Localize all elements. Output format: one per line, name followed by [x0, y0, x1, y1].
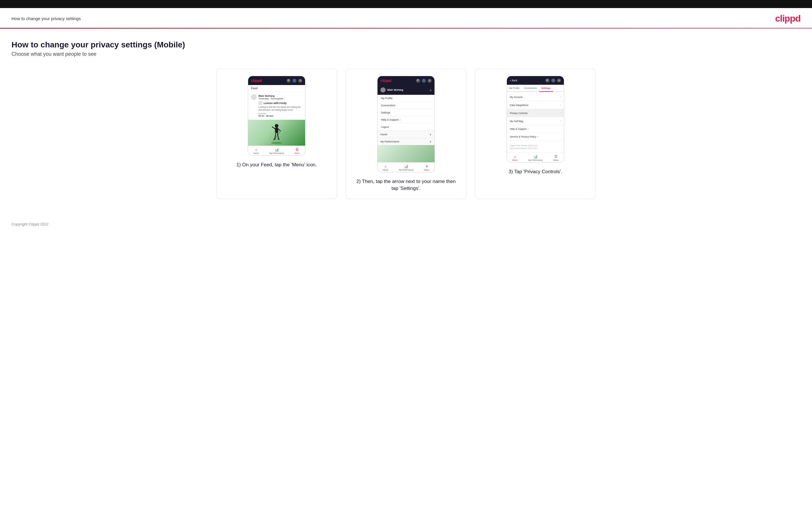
tab-connections[interactable]: Connections	[522, 85, 539, 91]
menu-section-home[interactable]: Home ∨	[377, 131, 435, 138]
top-bar	[0, 0, 812, 8]
svg-point-0	[271, 142, 282, 144]
tab-my-profile[interactable]: My Profile	[507, 85, 522, 91]
phone-icons-2: 🔍 👤 ⚙	[416, 79, 432, 83]
post-avatar	[251, 94, 257, 100]
settings-back-bar: < Back 🔍 👤 ⚙	[507, 76, 564, 85]
chevron-right-icon-3: ›	[560, 111, 561, 115]
user-icon[interactable]: 👤	[293, 79, 297, 83]
post-header: Blair McHarg Yesterday · Sunningdale	[251, 94, 302, 100]
client-version: Clippd Client Version: 2022.8.3-3	[510, 144, 561, 147]
nav-home-1[interactable]: ⌂ Home	[253, 148, 259, 154]
settings-golf-bag-label: My Golf Bag	[510, 120, 523, 123]
nav-home-label-2: Home	[383, 169, 388, 171]
performance-icon-3: 📊	[534, 155, 538, 159]
phone-icons-3: 🔍 👤 ⚙	[546, 78, 561, 82]
svg-line-3	[272, 127, 275, 129]
feed-screen: Feed Blair McHarg Yesterday · Sunningdal…	[248, 85, 305, 146]
settings-service-label: Service & Privacy Policy ↗	[510, 135, 539, 138]
menu-item-help[interactable]: Help & Support	[377, 116, 435, 123]
menu-avatar	[380, 87, 386, 93]
svg-point-8	[273, 138, 275, 139]
menu-user-row: Blair McHarg ∧	[377, 85, 435, 95]
settings-item-help-support[interactable]: Help & Support ↗	[507, 125, 564, 133]
svg-rect-2	[275, 127, 278, 133]
menu-section-perf-label: My Performance	[380, 140, 399, 143]
settings-item-data-integrations[interactable]: Data Integrations ›	[507, 101, 564, 109]
external-icon-help: ↗	[527, 128, 529, 130]
search-icon[interactable]: 🔍	[287, 79, 291, 83]
settings-tabs: My Profile Connections Settings	[507, 85, 564, 92]
menu-section-home-label: Home	[380, 133, 387, 136]
menu-item-my-profile[interactable]: My Profile	[377, 95, 435, 102]
svg-line-4	[278, 129, 281, 131]
step-2-caption: 2) Then, tap the arrow next to your name…	[353, 178, 459, 192]
settings-icon[interactable]: ⚙	[298, 79, 302, 83]
post-username: Blair McHarg	[258, 95, 283, 97]
search-icon-2[interactable]: 🔍	[416, 79, 420, 83]
settings-data-integrations-label: Data Integrations	[510, 104, 528, 107]
settings-icon-2[interactable]: ⚙	[427, 79, 432, 83]
search-icon-3[interactable]: 🔍	[546, 78, 550, 82]
nav-home-3[interactable]: ⌂ Home	[512, 155, 517, 161]
post-meta: Blair McHarg Yesterday · Sunningdale	[258, 95, 283, 100]
lesson-title: Lesson with Fordy	[264, 102, 287, 105]
phone-bottomnav-1: ⌂ Home 📊 My Performance ☰ Menu	[248, 146, 305, 155]
nav-home-2[interactable]: ⌂ Home	[383, 164, 388, 171]
nav-performance-label-3: My Performance	[528, 159, 543, 161]
user-icon-3[interactable]: 👤	[551, 78, 555, 82]
cards-row: clippd 🔍 👤 ⚙ Feed Blair McHarg	[11, 69, 801, 199]
lesson-icon	[258, 101, 262, 105]
menu-item-logout[interactable]: Logout	[377, 123, 435, 131]
duration-val: 01 hr : 30 min	[258, 115, 302, 117]
menu-icon-3: ☰	[554, 155, 558, 159]
settings-screen: My Account › Data Integrations › Privacy…	[507, 92, 564, 153]
phone-bottomnav-2: ⌂ Home 📊 My Performance ✕ Menu	[377, 162, 435, 172]
nav-menu-label-2: Menu	[424, 169, 429, 171]
nav-performance-label-2: My Performance	[399, 169, 413, 171]
golf-image	[248, 120, 305, 146]
nav-home-label-3: Home	[512, 159, 517, 161]
back-button[interactable]: < Back	[510, 79, 517, 82]
nav-performance-1[interactable]: 📊 My Performance	[269, 148, 284, 154]
svg-line-7	[277, 133, 278, 138]
tab-settings[interactable]: Settings	[539, 85, 553, 92]
header: How to change your privacy settings clip…	[0, 8, 812, 28]
menu-section-performance[interactable]: My Performance ∨	[377, 138, 435, 145]
page-heading: How to change your privacy settings (Mob…	[11, 40, 801, 49]
phone-bottomnav-3: ⌂ Home 📊 My Performance ☰ Menu	[507, 153, 564, 162]
nav-performance-2[interactable]: 📊 My Performance	[399, 164, 413, 171]
menu-chevron-icon[interactable]: ∧	[429, 89, 432, 92]
external-icon-service: ↗	[537, 136, 539, 138]
settings-item-my-account[interactable]: My Account ›	[507, 93, 564, 101]
copyright-text: Copyright Clippd 2022	[11, 222, 49, 226]
home-icon: ⌂	[255, 148, 257, 152]
nav-performance-label: My Performance	[269, 152, 284, 154]
nav-menu-1[interactable]: ☰ Menu	[295, 148, 300, 154]
settings-item-service-privacy[interactable]: Service & Privacy Policy ↗	[507, 133, 564, 141]
post-text: Looking to feel like my hands are exitin…	[258, 106, 302, 111]
page-subheading: Choose what you want people to see	[11, 51, 801, 57]
menu-username: Blair McHarg	[387, 89, 403, 91]
phone-logo-2: clippd	[380, 78, 391, 83]
nav-menu-3[interactable]: ☰ Menu	[554, 155, 559, 161]
phone-topbar-1: clippd 🔍 👤 ⚙	[248, 76, 305, 85]
menu-item-connections[interactable]: Connections	[377, 102, 435, 109]
nav-menu-2[interactable]: ✕ Menu	[424, 164, 429, 171]
step-3-card: < Back 🔍 👤 ⚙ My Profile Connections Sett…	[475, 69, 596, 199]
server-version: GQL Server Version: 2022.7.30-1	[510, 147, 561, 150]
nav-performance-3[interactable]: 📊 My Performance	[528, 155, 543, 161]
nav-menu-label-3: Menu	[554, 159, 559, 161]
step-1-caption: 1) On your Feed, tap the 'Menu' icon.	[236, 161, 317, 168]
chevron-right-icon: ›	[560, 95, 561, 99]
menu-item-settings[interactable]: Settings	[377, 109, 435, 116]
settings-icon-3[interactable]: ⚙	[557, 78, 561, 82]
settings-item-my-golf-bag[interactable]: My Golf Bag ›	[507, 117, 564, 125]
settings-item-privacy-controls[interactable]: Privacy Controls ›	[507, 109, 564, 117]
user-icon-2[interactable]: 👤	[422, 79, 426, 83]
header-title: How to change your privacy settings	[11, 16, 81, 21]
svg-point-9	[278, 138, 280, 139]
performance-icon-2: 📊	[404, 164, 408, 168]
settings-list: My Account › Data Integrations › Privacy…	[507, 92, 564, 142]
nav-home-label: Home	[253, 152, 259, 154]
